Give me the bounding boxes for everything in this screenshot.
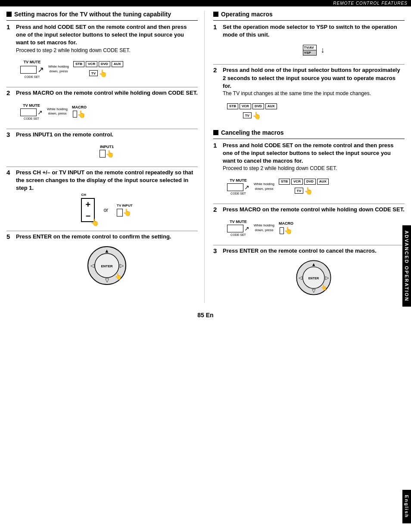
r-step-2-normal: The TV input changes at the same time th… xyxy=(223,90,405,97)
tv-mute-group-c2: TV MUTE ↗ CODE SET xyxy=(227,220,249,236)
divider-1 xyxy=(6,20,198,21)
tv-mute-label-2: TV MUTE xyxy=(23,103,40,108)
advanced-operation-sidebar: ADVANCED OPERATION xyxy=(402,225,411,306)
step-5-bold: Press ENTER on the remote control to con… xyxy=(16,233,198,241)
c-step-1-bold: Press and hold CODE SET on the remote co… xyxy=(223,142,405,165)
input-btns-group-r2: STB VCR DVD AUX TV 👆 xyxy=(227,103,277,120)
stb-btn-r2: STB xyxy=(227,103,238,109)
arrow-c2: ↗ xyxy=(244,225,249,232)
input1-group: INPUT1 👆 xyxy=(100,145,114,158)
page-num-text: 85 En xyxy=(197,312,213,319)
tv-mute-button-2 xyxy=(20,108,37,116)
svg-text:👆: 👆 xyxy=(115,273,122,280)
cancel-step-2: 2 Press MACRO on the remote control whil… xyxy=(213,206,405,242)
step-4-bold: Press CH +/– or TV INPUT on the remote c… xyxy=(16,169,198,192)
divider-r5 xyxy=(213,245,405,245)
tv-mute-group-c1: TV MUTE ↗ CODE SET xyxy=(227,178,249,195)
svg-text:▷: ▷ xyxy=(120,263,124,269)
left-section-title-text: Setting macros for the TV without the tu… xyxy=(14,11,171,18)
step-3-diagram: INPUT1 👆 xyxy=(16,141,198,161)
divider-3 xyxy=(6,129,198,129)
right-step-2: 2 Press and hold one of the input select… xyxy=(213,66,405,125)
r-step-num-2: 2 xyxy=(213,66,220,125)
left-column: Setting macros for the TV without the tu… xyxy=(6,11,205,303)
tv-ysp-diagram: TV/AV YSP ↓ xyxy=(223,41,405,59)
svg-text:👆: 👆 xyxy=(321,284,327,291)
tv-btn-c1: TV xyxy=(295,188,303,194)
hand-icon-macro: 👆 xyxy=(77,110,86,118)
left-step-1: 1 Press and hold CODE SET on the remote … xyxy=(6,23,198,84)
dvd-btn-c1: DVD xyxy=(304,179,316,185)
step-2-content: Press MACRO on the remote control while … xyxy=(16,89,198,126)
macro-button xyxy=(73,111,77,118)
right-step-1: 1 Set the operation mode selector to YSP… xyxy=(213,23,405,62)
input1-label: INPUT1 xyxy=(100,145,114,149)
svg-text:▲: ▲ xyxy=(104,248,109,254)
divider-4 xyxy=(6,167,198,167)
tv-mute-group-2: TV MUTE ↗ CODE SET xyxy=(20,103,43,120)
tv-mute-label: TV MUTE xyxy=(24,60,41,64)
code-set-label-c1: CODE SET xyxy=(230,192,246,195)
enter-button-svg: ENTER ▲ ▽ ◁ ▷ 👆 xyxy=(85,244,128,287)
svg-text:▷: ▷ xyxy=(325,275,329,280)
aux-btn-c1: AUX xyxy=(317,179,329,185)
divider-r3 xyxy=(213,139,405,139)
while-holding-label-2: While holdingdown, press xyxy=(47,107,68,116)
divider-r4 xyxy=(213,204,405,204)
svg-text:ENTER: ENTER xyxy=(308,276,319,280)
operating-section-title: Operating macros xyxy=(213,11,405,18)
ch-label: CH xyxy=(81,193,86,197)
r-step-2-diagram: STB VCR DVD AUX TV 👆 xyxy=(223,100,405,123)
input-btns-row-c1: STB VCR DVD AUX xyxy=(279,179,329,185)
hand-macro-c2: 👆 xyxy=(284,226,293,235)
tv-ysp-selector: TV/AV YSP xyxy=(303,45,317,56)
input-btns-r2: STB VCR DVD AUX xyxy=(227,103,277,109)
while-holding-label-1: While holdingdown, press xyxy=(48,65,69,74)
r-step-1-content: Set the operation mode selector to YSP t… xyxy=(223,23,405,62)
input-btns-row-1: STB VCR DVD AUX xyxy=(73,61,123,67)
left-step-2: 2 Press MACRO on the remote control whil… xyxy=(6,89,198,126)
left-step-3: 3 Press INPUT1 on the remote control. IN… xyxy=(6,131,198,164)
macro-group-c2: MACRO 👆 xyxy=(279,221,293,235)
c-step-3-bold: Press ENTER on the remote control to can… xyxy=(223,247,405,255)
divider-r1 xyxy=(213,20,405,21)
tv-button-1: TV xyxy=(89,70,98,76)
hand-r2: 👆 xyxy=(252,111,261,120)
canceling-bullet xyxy=(213,130,218,135)
step-3-content: Press INPUT1 on the remote control. INPU… xyxy=(16,131,198,164)
plus-sign: + xyxy=(86,200,91,210)
divider-5 xyxy=(6,231,198,231)
svg-text:▽: ▽ xyxy=(105,277,109,283)
hand-icon-1: 👆 xyxy=(99,69,107,77)
c-step-3-diagram: ENTER ▲ ▽ ◁ ▷ 👆 xyxy=(223,258,405,297)
cancel-step-3: 3 Press ENTER on the remote control to c… xyxy=(213,247,405,300)
step-4-diagram: CH + – 👆 or TV INPUT 👆 xyxy=(16,195,198,226)
arrow-right-2: ↗ xyxy=(37,109,43,116)
c-step-2-bold: Press MACRO on the remote control while … xyxy=(223,206,405,213)
hand-icon-input1: 👆 xyxy=(106,150,114,158)
svg-text:▲: ▲ xyxy=(311,262,316,267)
page-number: 85 En xyxy=(0,307,411,321)
vcr-btn-r2: VCR xyxy=(240,103,251,109)
hand-c1: 👆 xyxy=(304,187,313,195)
dvd-button-1: DVD xyxy=(99,61,110,67)
svg-text:◁: ◁ xyxy=(90,263,95,269)
aux-button-1: AUX xyxy=(112,61,123,67)
tv-ysp-top: TV/AV xyxy=(303,45,316,50)
r-step-num-1: 1 xyxy=(213,23,220,62)
tv-mute-btn-c2 xyxy=(227,225,243,232)
tv-mute-btn-c1 xyxy=(227,183,243,191)
code-set-label-c2: CODE SET xyxy=(230,233,246,236)
code-set-label-2: CODE SET xyxy=(24,117,39,120)
arrow-right: ↗ xyxy=(37,65,44,74)
svg-text:▽: ▽ xyxy=(312,288,316,294)
main-content: Setting macros for the TV without the tu… xyxy=(0,6,411,307)
tv-input-wrapper: TV INPUT 👆 xyxy=(117,204,132,217)
vcr-button-1: VCR xyxy=(86,61,97,67)
c-step-1-content: Press and hold CODE SET on the remote co… xyxy=(223,142,405,201)
step-1-content: Press and hold CODE SET on the remote co… xyxy=(16,23,198,84)
left-step-4: 4 Press CH +/– or TV INPUT on the remote… xyxy=(6,169,198,229)
tv-row-1: TV 👆 xyxy=(89,69,107,77)
dvd-btn-r2: DVD xyxy=(252,103,264,109)
svg-text:ENTER: ENTER xyxy=(101,264,112,268)
